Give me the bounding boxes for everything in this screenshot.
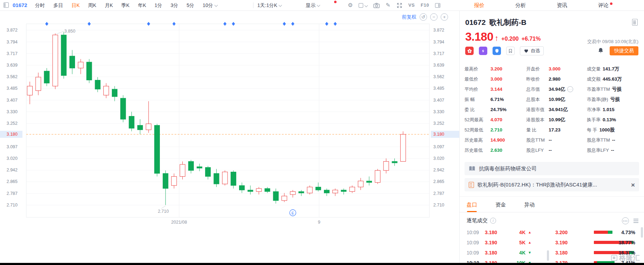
toolbar-stock-code[interactable]: 01672 <box>13 0 27 11</box>
quote-label: 市盈率TTM <box>587 86 610 93</box>
scrollbar-thumb[interactable] <box>547 250 549 261</box>
period-tab-分时[interactable]: 分时 <box>35 0 45 11</box>
panel-tab-分析[interactable]: 分析 <box>515 0 526 11</box>
svg-text:3.407: 3.407 <box>433 98 444 103</box>
event-diamond-icon <box>334 22 337 26</box>
period-tab-5分[interactable]: 5分 <box>187 0 194 11</box>
svg-text:3.097: 3.097 <box>7 144 18 149</box>
panel-toggle-icon[interactable] <box>435 0 440 11</box>
ellipsis-more-icon[interactable]: ··· <box>567 86 573 92</box>
svg-text:2.787: 2.787 <box>7 191 18 196</box>
quote-cell: 量 比17.23 <box>526 127 587 133</box>
zoom-in-button[interactable]: + <box>441 13 448 21</box>
earnings-event-marker[interactable]: E <box>290 210 296 216</box>
screenshot-camera-icon[interactable] <box>373 0 380 11</box>
sub-tab-异动[interactable]: 异动 <box>524 197 535 212</box>
period-tab-多日[interactable]: 多日 <box>53 0 63 11</box>
f10-info-button[interactable]: F10 <box>421 0 429 11</box>
shield-safe-icon <box>493 47 501 55</box>
svg-text:3.562: 3.562 <box>7 74 18 79</box>
close-icon[interactable]: × <box>631 182 635 188</box>
candle <box>341 190 346 191</box>
scrollbar-thumb[interactable] <box>641 227 643 238</box>
panel-tab-报价[interactable]: 报价 <box>474 0 484 11</box>
quick-trade-button[interactable]: 快捷交易 <box>610 46 638 55</box>
draw-pencil-icon[interactable]: ✎ <box>386 0 390 11</box>
svg-text:3.794: 3.794 <box>433 40 444 45</box>
quote-value: 10.99亿 <box>549 117 565 123</box>
sub-tab-资金[interactable]: 资金 <box>495 197 506 212</box>
badge-row: 自选 <box>465 46 544 55</box>
quote-label: 最高价 <box>465 66 488 72</box>
info-icon[interactable]: i <box>490 218 496 224</box>
period-tab-月K[interactable]: 月K <box>105 0 113 11</box>
quote-value: -- <box>611 148 614 153</box>
svg-text:3.252: 3.252 <box>433 121 444 126</box>
quote-label: 历史最高 <box>465 137 488 143</box>
list-view-icon[interactable] <box>633 219 638 219</box>
period-tab-10分[interactable]: 10分 <box>203 0 217 11</box>
quote-label: 股息率TTM <box>587 137 610 143</box>
quote-value: 17.23 <box>549 127 561 132</box>
candle-style-icon <box>359 3 363 8</box>
add-favorite-button[interactable]: 自选 <box>520 46 544 55</box>
svg-text:3.794: 3.794 <box>7 40 18 45</box>
zoom-out-button[interactable]: − <box>430 13 438 21</box>
quote-cell: 52周最低2.710 <box>465 127 526 133</box>
news-headline-card[interactable]: 歌礼制药-B(01672.HK)：THRβ激动剂ASC41健康... × <box>465 178 639 191</box>
tick-row[interactable]: 10:093.1804K▲ <box>460 227 553 237</box>
panel-tab-资讯[interactable]: 资讯 <box>557 0 567 11</box>
quote-label: 成交量 <box>587 66 601 72</box>
quote-value: 14.900 <box>490 137 505 143</box>
stock-detail-icon[interactable] <box>632 19 638 26</box>
period-tab-日K[interactable]: 日K <box>72 0 80 11</box>
svg-text:3.330: 3.330 <box>433 109 444 114</box>
display-menu-button[interactable]: 显示 <box>306 0 320 11</box>
distribution-row[interactable]: 3.19018.77% <box>553 237 644 247</box>
chart-style-selector[interactable] <box>359 0 367 11</box>
alert-bell-icon[interactable] <box>597 47 604 56</box>
tick-time: 10:09 <box>467 230 485 235</box>
tick-tools: ••• <box>622 217 638 224</box>
candle <box>290 191 296 195</box>
panel-tab-评论[interactable]: 评论 <box>598 0 609 11</box>
period-tab-周K[interactable]: 周K <box>88 0 96 11</box>
bookmark-button[interactable] <box>506 47 515 55</box>
period-tab-季K[interactable]: 季K <box>121 0 129 11</box>
window-layout-icon[interactable] <box>4 2 9 8</box>
period-tab-年K[interactable]: 年K <box>138 0 146 11</box>
distribution-row[interactable]: 3.2004.73% <box>553 227 644 237</box>
quote-value: 34.94亿 <box>549 86 565 93</box>
reset-view-button[interactable]: ↺ <box>420 13 427 21</box>
svg-text:2.942: 2.942 <box>7 168 18 172</box>
quote-row: 平均价3.144总市值34.94亿···市盈率TTM亏损 <box>465 84 640 94</box>
distribution-price: 3.190 <box>555 240 576 245</box>
quote-cell: 52周最高4.070 <box>465 117 526 123</box>
tick-trade-list[interactable]: 10:093.1804K▲10:093.1905K▲10:093.1804K▼1… <box>460 227 553 265</box>
quote-row: 最高价3.200开盘价3.000成交量141.7万 <box>465 64 640 74</box>
svg-text:3.485: 3.485 <box>433 86 444 91</box>
tick-price: 3.180 <box>485 250 507 256</box>
sub-tab-盘口[interactable]: 盘口 <box>467 197 477 212</box>
quote-value: 445.63万 <box>603 76 622 82</box>
compare-vs-button[interactable]: VS <box>408 0 415 11</box>
candlestick-chart[interactable]: 3.8723.8723.7943.7943.7173.7173.6393.639… <box>0 11 459 265</box>
period-combo-selector[interactable]: 1天:1分K <box>257 0 282 11</box>
quote-cell: 历史最高14.900 <box>465 137 526 143</box>
tick-row[interactable]: 10:093.1905K▲ <box>460 237 553 247</box>
adjust-mode-link[interactable]: 前复权 <box>402 14 416 20</box>
period-tab-1分[interactable]: 1分 <box>155 0 162 11</box>
period-tab-3分[interactable]: 3分 <box>171 0 178 11</box>
candlestick-chart-area[interactable]: 前复权 ↺ − + 3.8723.8723.7943.7943.7173.717… <box>0 11 459 265</box>
watermark: 格隆汇 <box>611 253 640 263</box>
settings-gear-icon[interactable]: ⚙ <box>348 0 353 11</box>
more-options-icon[interactable]: ••• <box>622 217 629 224</box>
quote-cell: 成交量141.7万 <box>587 66 640 72</box>
company-intro-card[interactable]: 抗病毒创新药物研发公司 <box>465 162 639 175</box>
fullscreen-expand-icon[interactable] <box>396 0 402 11</box>
notification-dot <box>334 1 337 3</box>
event-diamond-icon <box>172 22 176 26</box>
tick-row[interactable]: 10:093.1804K▼ <box>460 247 553 258</box>
svg-text:2.710: 2.710 <box>158 209 169 214</box>
candle <box>231 172 236 186</box>
